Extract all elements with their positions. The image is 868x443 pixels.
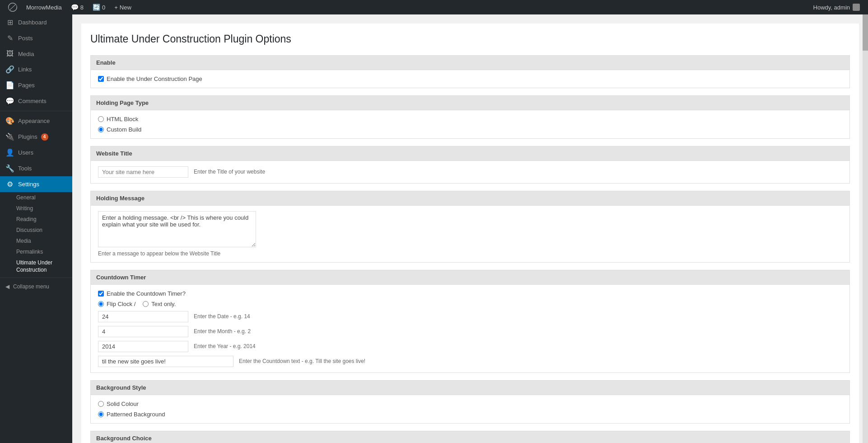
- comments-count: 8: [80, 4, 84, 11]
- background-style-header: Background Style: [90, 380, 850, 395]
- updates-count: 0: [102, 4, 105, 11]
- submenu-writing[interactable]: Writing: [0, 203, 72, 214]
- comments-icon: 💬: [5, 97, 14, 105]
- sidebar-item-tools[interactable]: 🔧 Tools: [0, 160, 72, 176]
- solid-colour-radio[interactable]: [98, 401, 104, 407]
- sidebar-item-label: Pages: [18, 82, 35, 89]
- flip-clock-label[interactable]: Flip Clock /: [98, 301, 135, 307]
- countdown-month-row: Enter the Month - e.g. 2: [98, 326, 842, 337]
- countdown-year-hint: Enter the Year - e.g. 2014: [194, 343, 256, 349]
- sidebar-item-posts[interactable]: ✎ Posts: [0, 30, 72, 46]
- sidebar-item-plugins[interactable]: 🔌 Plugins 4: [0, 129, 72, 145]
- new-content-menu[interactable]: + New: [110, 0, 136, 14]
- admin-bar: MorrowMedia 💬 8 🔄 0 + New Howdy, admin: [0, 0, 868, 14]
- scroll-indicator[interactable]: [863, 14, 868, 443]
- holding-message-header: Holding Message: [90, 191, 850, 206]
- settings-icon: ⚙: [5, 180, 14, 189]
- countdown-year-input[interactable]: [98, 341, 188, 352]
- bubble-icon: 💬: [71, 4, 79, 11]
- enable-countdown-label[interactable]: Enable the Countdown Timer?: [98, 290, 186, 297]
- wp-logo-menu[interactable]: [4, 0, 22, 14]
- countdown-timer-body: Enable the Countdown Timer? Flip Clock /…: [90, 285, 850, 373]
- submenu-general[interactable]: General: [0, 192, 72, 203]
- sidebar-item-label: Appearance: [18, 118, 50, 124]
- enable-section-header: Enable: [90, 55, 850, 70]
- enable-label-text: Enable the Under Construction Page: [107, 75, 202, 82]
- custom-build-radio[interactable]: [98, 127, 104, 132]
- holding-page-type-header: Holding Page Type: [90, 95, 850, 110]
- sidebar-item-pages[interactable]: 📄 Pages: [0, 77, 72, 93]
- html-block-label[interactable]: HTML Block: [98, 116, 138, 123]
- text-only-radio[interactable]: [143, 301, 149, 307]
- site-name-menu[interactable]: MorrowMedia: [22, 0, 66, 14]
- patterned-bg-label[interactable]: Patterned Background: [98, 411, 165, 418]
- sidebar-item-appearance[interactable]: 🎨 Appearance: [0, 113, 72, 129]
- solid-colour-row: Solid Colour: [98, 401, 842, 407]
- custom-build-label[interactable]: Custom Build: [98, 126, 141, 133]
- sidebar-item-label: Media: [18, 51, 34, 57]
- media-icon: 🖼: [5, 50, 14, 58]
- countdown-date-input[interactable]: [98, 311, 188, 322]
- sidebar-item-label: Users: [18, 149, 33, 156]
- countdown-date-hint: Enter the Date - e.g. 14: [194, 313, 250, 320]
- enable-countdown-text: Enable the Countdown Timer?: [107, 290, 186, 297]
- background-style-body: Solid Colour Patterned Background: [90, 395, 850, 424]
- submenu-permalinks[interactable]: Permalinks: [0, 246, 72, 257]
- sidebar-item-dashboard[interactable]: ⊞ Dashboard: [0, 14, 72, 30]
- plugins-icon: 🔌: [5, 132, 14, 141]
- avatar: [853, 4, 860, 11]
- solid-colour-label[interactable]: Solid Colour: [98, 401, 139, 407]
- countdown-text-hint: Enter the Countdown text - e.g. Till the…: [239, 358, 365, 364]
- solid-colour-text: Solid Colour: [107, 401, 139, 407]
- submenu-discussion[interactable]: Discussion: [0, 225, 72, 236]
- holding-message-textarea[interactable]: Enter a holding message. <br /> This is …: [98, 211, 256, 247]
- submenu-reading[interactable]: Reading: [0, 214, 72, 225]
- sidebar-item-comments[interactable]: 💬 Comments: [0, 93, 72, 109]
- updates-menu[interactable]: 🔄 0: [88, 0, 110, 14]
- sidebar-item-label: Plugins: [18, 133, 37, 140]
- holding-message-hint: Enter a message to appear below the Webs…: [98, 250, 842, 257]
- sidebar-item-links[interactable]: 🔗 Links: [0, 61, 72, 77]
- sidebar: ⊞ Dashboard ✎ Posts 🖼 Media 🔗 Links 📄 Pa…: [0, 14, 72, 443]
- menu-separator-1: [0, 111, 72, 111]
- countdown-month-hint: Enter the Month - e.g. 2: [194, 328, 251, 335]
- background-choice-header: Background Choice: [90, 431, 850, 443]
- enable-checkbox-label[interactable]: Enable the Under Construction Page: [98, 75, 842, 82]
- sidebar-item-label: Links: [18, 66, 32, 73]
- countdown-timer-header: Countdown Timer: [90, 270, 850, 285]
- website-title-header: Website Title: [90, 146, 850, 161]
- sidebar-item-media[interactable]: 🖼 Media: [0, 46, 72, 61]
- website-title-input[interactable]: [98, 166, 188, 178]
- menu-separator-2: [0, 278, 72, 278]
- posts-icon: ✎: [5, 34, 14, 42]
- countdown-month-input[interactable]: [98, 326, 188, 337]
- plugins-badge: 4: [41, 133, 48, 141]
- comments-menu[interactable]: 💬 8: [66, 0, 88, 14]
- enable-section-body: Enable the Under Construction Page: [90, 70, 850, 88]
- sidebar-item-label: Settings: [18, 181, 39, 188]
- holding-message-body: Enter a holding message. <br /> This is …: [90, 206, 850, 263]
- collapse-arrow-icon: ◀: [5, 283, 9, 290]
- collapse-menu-button[interactable]: ◀ Collapse menu: [0, 280, 72, 293]
- links-icon: 🔗: [5, 65, 14, 74]
- patterned-bg-radio[interactable]: [98, 411, 104, 417]
- howdy-text: Howdy, admin: [813, 4, 850, 11]
- flip-clock-text: Flip Clock /: [107, 301, 135, 307]
- enable-checkbox[interactable]: [98, 76, 104, 82]
- submenu-ultimate[interactable]: Ultimate Under Construction: [0, 257, 72, 276]
- plugin-options-wrap: Ultimate Under Construction Plugin Optio…: [81, 24, 859, 443]
- sidebar-item-users[interactable]: 👤 Users: [0, 145, 72, 160]
- updates-icon: 🔄: [93, 4, 100, 11]
- text-only-label[interactable]: Text only.: [143, 301, 176, 307]
- users-icon: 👤: [5, 148, 14, 157]
- enable-countdown-checkbox[interactable]: [98, 291, 104, 297]
- submenu-media[interactable]: Media: [0, 236, 72, 246]
- html-block-radio[interactable]: [98, 116, 104, 122]
- countdown-text-input[interactable]: [98, 356, 233, 367]
- website-title-hint: Enter the Title of your website: [194, 169, 265, 175]
- site-name: MorrowMedia: [26, 4, 62, 11]
- sidebar-item-settings[interactable]: ⚙ Settings: [0, 176, 72, 192]
- sidebar-item-label: Tools: [18, 165, 32, 172]
- flip-clock-radio[interactable]: [98, 301, 104, 307]
- howdy-menu[interactable]: Howdy, admin: [809, 4, 864, 11]
